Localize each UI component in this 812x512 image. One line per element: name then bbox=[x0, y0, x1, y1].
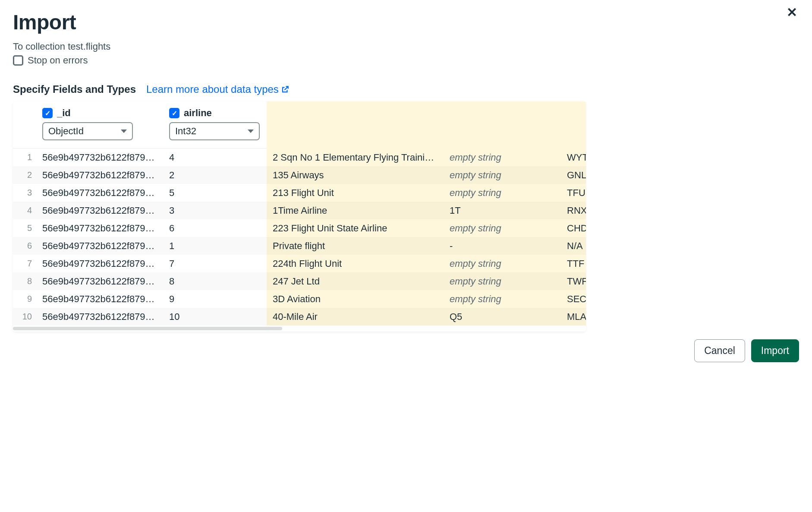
cell: empty string bbox=[444, 276, 561, 287]
cell: 56e9b497732b6122f8790282 bbox=[36, 187, 163, 199]
cell: CHD bbox=[561, 223, 586, 234]
cell: 3 bbox=[163, 205, 267, 216]
specify-fields-row: Specify Fields and Types Learn more abou… bbox=[13, 83, 799, 95]
external-link-icon bbox=[281, 85, 289, 93]
cell: 56e9b497732b6122f8790288 bbox=[36, 294, 163, 305]
cell: 4 bbox=[163, 152, 267, 163]
cell: 223 Flight Unit State Airline bbox=[267, 223, 444, 234]
cell: 8 bbox=[163, 276, 267, 287]
cell: GNL bbox=[561, 170, 586, 181]
table-row: 256e9b497732b6122f87902812135 Airwaysemp… bbox=[13, 166, 586, 184]
cell: Private flight bbox=[267, 240, 444, 252]
cell: N/A bbox=[561, 240, 586, 252]
row-number: 2 bbox=[13, 170, 36, 180]
cell: 56e9b497732b6122f8790286 bbox=[36, 258, 163, 269]
column-header-airline: airlineInt32 bbox=[163, 101, 267, 148]
cell: 1Time Airline bbox=[267, 205, 444, 216]
cell: MLA bbox=[561, 311, 586, 322]
cell: 6 bbox=[163, 223, 267, 234]
stop-on-errors-row: Stop on errors bbox=[13, 55, 799, 66]
cell: TWF bbox=[561, 276, 586, 287]
cell: TFU bbox=[561, 187, 586, 199]
table-row: 456e9b497732b6122f879028331Time Airline1… bbox=[13, 202, 586, 219]
import-button[interactable]: Import bbox=[751, 339, 799, 362]
cell: 213 Flight Unit bbox=[267, 187, 444, 199]
to-collection-line: To collection test.flights bbox=[13, 41, 799, 52]
close-icon: ✕ bbox=[787, 5, 797, 19]
learn-data-types-link[interactable]: Learn more about data types bbox=[146, 83, 289, 95]
cancel-button[interactable]: Cancel bbox=[694, 339, 745, 362]
cell: 56e9b497732b6122f8790289 bbox=[36, 311, 163, 322]
cell: 5 bbox=[163, 187, 267, 199]
cell: 1T bbox=[444, 205, 561, 216]
import-modal: ✕ Import To collection test.flights Stop… bbox=[0, 0, 812, 512]
table-row: 956e9b497732b6122f879028893D Aviationemp… bbox=[13, 290, 586, 308]
column-type-value: ObjectId bbox=[48, 126, 84, 137]
cell: empty string bbox=[444, 223, 561, 234]
cell: 40-Mile Air bbox=[267, 311, 444, 322]
learn-link-text: Learn more about data types bbox=[146, 83, 279, 95]
table-row: 856e9b497732b6122f87902878247 Jet Ltdemp… bbox=[13, 272, 586, 290]
cell: 9 bbox=[163, 294, 267, 305]
cell: 56e9b497732b6122f8790285 bbox=[36, 240, 163, 252]
table-row: 156e9b497732b6122f879028042 Sqn No 1 Ele… bbox=[13, 149, 586, 166]
horizontal-scrollbar-thumb[interactable] bbox=[13, 327, 282, 330]
to-collection-prefix: To collection bbox=[13, 41, 68, 52]
cell: 56e9b497732b6122f8790280 bbox=[36, 152, 163, 163]
table-row: 556e9b497732b6122f87902846223 Flight Uni… bbox=[13, 219, 586, 237]
cell: 56e9b497732b6122f8790283 bbox=[36, 205, 163, 216]
row-number: 3 bbox=[13, 188, 36, 198]
preview-table: _idObjectId airlineInt32 nameMixedi alia… bbox=[13, 101, 586, 332]
row-number: 9 bbox=[13, 294, 36, 304]
cell: 3D Aviation bbox=[267, 294, 444, 305]
cell: 224th Flight Unit bbox=[267, 258, 444, 269]
cell: 56e9b497732b6122f8790287 bbox=[36, 276, 163, 287]
cell: TTF bbox=[561, 258, 586, 269]
modal-title: Import bbox=[13, 10, 799, 34]
cell: empty string bbox=[444, 187, 561, 199]
cell: 135 Airways bbox=[267, 170, 444, 181]
cell: 56e9b497732b6122f8790284 bbox=[36, 223, 163, 234]
row-number: 6 bbox=[13, 241, 36, 251]
chevron-down-icon bbox=[121, 130, 127, 133]
table-row: 656e9b497732b6122f87902851Private flight… bbox=[13, 237, 586, 255]
row-number: 1 bbox=[13, 152, 36, 162]
table-row: 356e9b497732b6122f87902825213 Flight Uni… bbox=[13, 184, 586, 202]
row-number: 4 bbox=[13, 205, 36, 215]
modal-footer: Cancel Import bbox=[694, 339, 799, 362]
column-name-label: airline bbox=[184, 107, 212, 119]
column-name-label: _id bbox=[57, 107, 71, 119]
column-type-select[interactable]: ObjectId bbox=[42, 122, 133, 140]
row-number: 10 bbox=[13, 312, 36, 322]
column-include-checkbox[interactable] bbox=[42, 108, 53, 118]
stop-on-errors-checkbox[interactable] bbox=[13, 55, 23, 66]
cell: 56e9b497732b6122f8790281 bbox=[36, 170, 163, 181]
column-header-id: _idObjectId bbox=[36, 101, 163, 148]
table-row: 1056e9b497732b6122f87902891040-Mile AirQ… bbox=[13, 308, 586, 326]
cell: empty string bbox=[444, 170, 561, 181]
row-number: 5 bbox=[13, 223, 36, 233]
cell: empty string bbox=[444, 258, 561, 269]
horizontal-scrollbar-track[interactable] bbox=[13, 326, 586, 332]
cell: - bbox=[444, 240, 561, 252]
cell: WYT bbox=[561, 152, 586, 163]
cell: 2 bbox=[163, 170, 267, 181]
cell: Q5 bbox=[444, 311, 561, 322]
column-type-value: Int32 bbox=[175, 126, 196, 137]
cell: RNX bbox=[561, 205, 586, 216]
cell: empty string bbox=[444, 152, 561, 163]
close-button[interactable]: ✕ bbox=[785, 4, 799, 21]
row-number: 7 bbox=[13, 259, 36, 269]
cell: 10 bbox=[163, 311, 267, 322]
cell: 2 Sqn No 1 Elementary Flying Training Sc… bbox=[267, 152, 444, 163]
table-body: 156e9b497732b6122f879028042 Sqn No 1 Ele… bbox=[13, 149, 586, 326]
cell: SEC bbox=[561, 294, 586, 305]
column-include-checkbox[interactable] bbox=[169, 108, 179, 118]
cell: 247 Jet Ltd bbox=[267, 276, 444, 287]
cell: 7 bbox=[163, 258, 267, 269]
specify-fields-label: Specify Fields and Types bbox=[13, 83, 136, 95]
row-number: 8 bbox=[13, 276, 36, 286]
table-row: 756e9b497732b6122f87902867224th Flight U… bbox=[13, 255, 586, 272]
to-collection-name: test.flights bbox=[68, 41, 110, 52]
column-type-select[interactable]: Int32 bbox=[169, 122, 260, 140]
